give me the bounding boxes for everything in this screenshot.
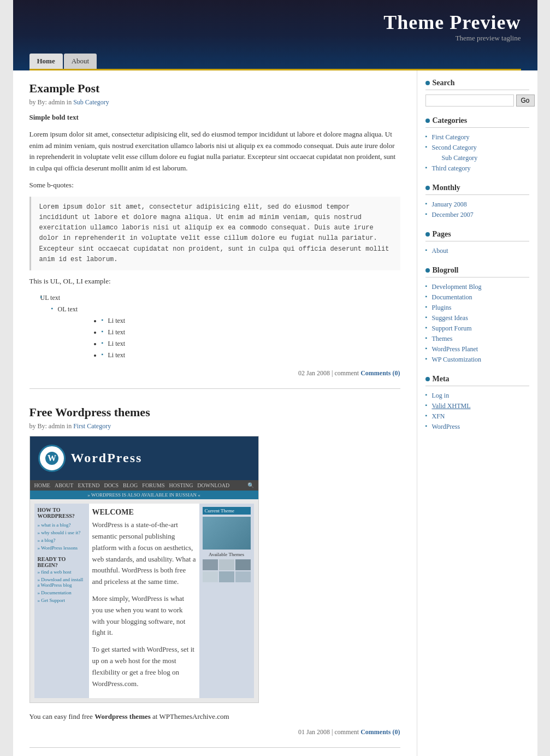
blogroll-link-suggest[interactable]: Suggest Ideas (432, 314, 468, 322)
category-link-second[interactable]: Second Category (432, 144, 477, 151)
li-list: Li text Li text Li text Li text (91, 316, 400, 361)
pages-list: About (425, 246, 529, 256)
meta-xfn: XFN (425, 411, 529, 422)
blogroll-wpplanet: WordPress Planet (425, 344, 529, 355)
wp-ready: READY TO BEGIN? (38, 556, 86, 568)
post-meta-wp: by By: admin in First Category (29, 422, 400, 430)
nav-home[interactable]: Home (29, 54, 63, 69)
wp-right-panel: Current Theme Available Themes (199, 504, 254, 699)
sidebar-meta-section: Meta Log in Valid XHTML XFN WordPress (425, 375, 529, 432)
blogroll-wpcustom: WP Customization (425, 355, 529, 365)
blockquote-label: Some b-quotes: (29, 180, 400, 191)
comments-link-wp[interactable]: Comments (0) (360, 728, 400, 736)
meta-link-wordpress[interactable]: WordPress (432, 423, 460, 430)
sidebar-blogroll-section: Blogroll Development Blog Documentation … (425, 266, 529, 365)
wp-theme-item (235, 559, 251, 570)
sidebar-blogroll-title: Blogroll (425, 266, 529, 277)
wp-description: WordPress is a state-of-the-art semantic… (92, 519, 196, 588)
wp-search: 🔍 (247, 482, 254, 488)
month-dec-2007: December 2007 (425, 210, 529, 220)
svg-text:W: W (48, 453, 56, 463)
post-wordpress-themes: Free Wordpress themes by By: admin in Fi… (29, 405, 400, 748)
post-category-link[interactable]: Sub Category (73, 98, 109, 106)
wp-brand-text: WordPress (71, 451, 143, 465)
blogroll-link-wpcustom[interactable]: WP Customization (432, 356, 482, 363)
wp-nav-docs: DOCS (104, 482, 119, 488)
meta-link-xfn[interactable]: XFN (432, 412, 445, 420)
category-second: Second Category (425, 143, 529, 153)
post-meta-example: by By: admin in Sub Category (29, 98, 400, 107)
wp-theme-item (219, 559, 234, 570)
comments-link-example[interactable]: Comments (0) (360, 369, 400, 377)
list-item: Li text (102, 350, 400, 361)
wp-nav-forums: FORUMS (142, 482, 164, 488)
search-input[interactable] (425, 94, 514, 107)
month-link-jan[interactable]: January 2008 (432, 200, 467, 208)
post-body-example: Simple bold text Lorem ipsum dolor sit a… (29, 112, 400, 364)
search-button[interactable]: Go (516, 94, 535, 107)
wp-menu-item: » why should i use it? (38, 529, 86, 536)
category-link-sub[interactable]: Sub Category (442, 154, 478, 162)
wp-menu-item: » a blog? (38, 536, 86, 544)
blogroll-link-themes[interactable]: Themes (432, 335, 453, 342)
wp-nav-extend: EXTEND (78, 482, 99, 488)
category-third: Third category (425, 163, 529, 174)
wp-ru-banner: » WORDPRESS IS ALSO AVAILABLE IN RUSSIAN… (30, 491, 258, 499)
post-paragraph: Lorem ipsum dolor sit amet, consectetur … (29, 129, 400, 174)
wp-nav-home: HOME (34, 482, 50, 488)
site-title: Theme Preview (29, 11, 521, 34)
ul-text-item: UL text OL text Li text Li text Li text … (40, 293, 400, 364)
meta-link-xhtml[interactable]: Valid XHTML (432, 402, 471, 410)
list-label: This is UL, OL, LI example: (29, 276, 400, 287)
wp-description-3: To get started with WordPress, set it up… (92, 644, 196, 689)
wp-menu-item: » find a web host (38, 568, 86, 576)
wp-theme-item (203, 571, 218, 582)
wp-theme-grid (203, 559, 251, 582)
blogroll-link-dev[interactable]: Development Blog (432, 283, 482, 291)
category-link-first[interactable]: First Category (432, 133, 470, 141)
sidebar-search-title: Search (425, 79, 529, 90)
category-link-third[interactable]: Third category (432, 164, 471, 172)
wp-nav-about: ABOUT (55, 482, 73, 488)
wp-themes-bold: Wordpress themes (94, 712, 151, 720)
wp-nav-hosting: HOSTING (169, 482, 193, 488)
wp-theme-item (203, 559, 218, 570)
wp-logo: W (38, 445, 66, 472)
wp-header: W WordPress (30, 436, 258, 480)
wordpress-screenshot: W WordPress HOME ABOUT EXTEND DOCS BLOG … (29, 436, 259, 704)
site-title-area: Theme Preview Theme preview tagline (29, 11, 521, 48)
wp-menu-item: » Download and install a WordPress blog (38, 576, 86, 589)
page-link-about[interactable]: About (432, 247, 448, 255)
sidebar-categories-section: Categories First Category Second Categor… (425, 116, 529, 174)
blockquote: Lorem ipsum dolor sit amet, consectetur … (29, 197, 400, 270)
post-footer-wp: 01 Jan 2008 | comment Comments (0) (29, 728, 400, 736)
blogroll-dev: Development Blog (425, 282, 529, 292)
sidebar-search-section: Search Go (425, 79, 529, 107)
list-item: Li text (102, 327, 400, 338)
month-jan-2008: January 2008 (425, 199, 529, 210)
blogroll-link-docs[interactable]: Documentation (432, 293, 472, 301)
post-category-link-wp[interactable]: First Category (73, 422, 111, 430)
blogroll-support: Support Forum (425, 323, 529, 334)
categories-list: First Category Second Category Sub Categ… (425, 132, 529, 174)
wp-nav-download: DOWNLOAD (197, 482, 229, 488)
post-body-wp: W WordPress HOME ABOUT EXTEND DOCS BLOG … (29, 436, 400, 723)
category-sub: Sub Category (425, 153, 529, 163)
meta-link-login[interactable]: Log in (432, 392, 450, 399)
blogroll-link-wpplanet[interactable]: WordPress Planet (432, 345, 478, 353)
blogroll-link-plugins[interactable]: Plugins (432, 304, 452, 311)
ol-text-item: OL text Li text Li text Li text Li text (51, 304, 400, 363)
sidebar-monthly-section: Monthly January 2008 December 2007 (425, 184, 529, 220)
wp-theme-thumbnail (203, 517, 251, 550)
sidebar-pages-title: Pages (425, 230, 529, 241)
sidebar-monthly-title: Monthly (425, 184, 529, 195)
blogroll-link-support[interactable]: Support Forum (432, 324, 472, 332)
wp-welcome: WELCOME (92, 507, 196, 518)
header: Theme Preview Theme preview tagline Home… (13, 0, 537, 70)
wp-nav-blog: BLOG (123, 482, 138, 488)
blogroll-docs: Documentation (425, 292, 529, 303)
month-link-dec[interactable]: December 2007 (432, 211, 474, 218)
main-content: Example Post by By: admin in Sub Categor… (13, 70, 417, 756)
wp-theme-item (219, 571, 234, 582)
nav-about[interactable]: About (64, 54, 97, 69)
